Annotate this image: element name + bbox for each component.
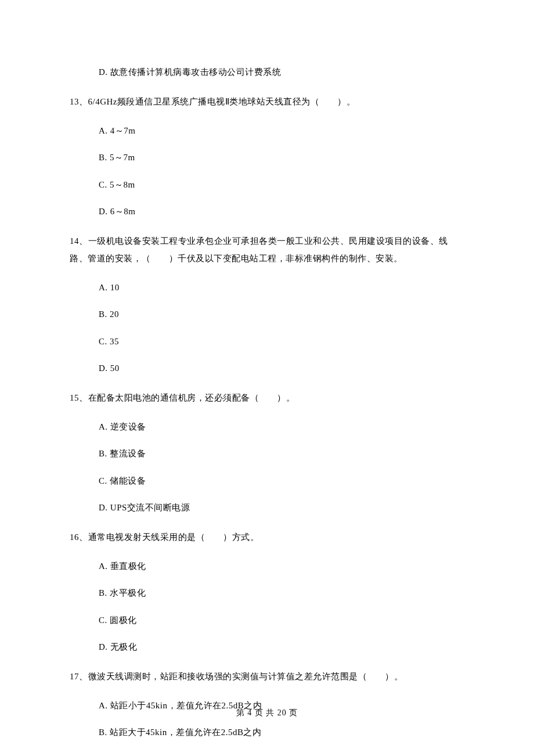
q15-option-b: B. 整流设备 [70,447,464,460]
q12-option-d: D. 故意传播计算机病毒攻击移动公司计费系统 [70,66,464,79]
q13-option-d: D. 6～8m [70,205,464,218]
q16-option-c: C. 圆极化 [70,614,464,627]
q17-option-b: B. 站距大于45kin，差值允许在2.5dB之内 [70,726,464,739]
q14-option-c: C. 35 [70,335,464,348]
q16-option-a: A. 垂直极化 [70,560,464,573]
q13-option-c: C. 5～8m [70,178,464,192]
q16-text: 16、通常电视发射天线采用的是（ ）方式。 [70,528,464,546]
page-footer: 第 4 页 共 20 页 [0,707,534,719]
q14-option-b: B. 20 [70,308,464,321]
q17-text: 17、微波天线调测时，站距和接收场强的实测值与计算值之差允许范围是（ ）。 [70,668,464,685]
q15-text: 15、在配备太阳电池的通信机房，还必须配备（ ）。 [70,389,464,406]
q13-option-b: B. 5～7m [70,151,464,164]
q14-option-a: A. 10 [70,281,464,294]
q13-option-a: A. 4～7m [70,124,464,138]
page-content: D. 故意传播计算机病毒攻击移动公司计费系统 13、6/4GHz频段通信卫星系统… [0,0,534,756]
q15-option-d: D. UPS交流不间断电源 [70,501,464,514]
q14-option-d: D. 50 [70,362,464,375]
q15-option-c: C. 储能设备 [70,474,464,488]
q16-option-d: D. 无极化 [70,640,464,654]
q14-text: 14、一级机电设备安装工程专业承包企业可承担各类一般工业和公共、民用建设项目的设… [70,232,464,267]
q16-option-b: B. 水平极化 [70,586,464,600]
q15-option-a: A. 逆变设备 [70,420,464,434]
q13-text: 13、6/4GHz频段通信卫星系统广播电视Ⅱ类地球站天线直径为（ ）。 [70,93,464,110]
